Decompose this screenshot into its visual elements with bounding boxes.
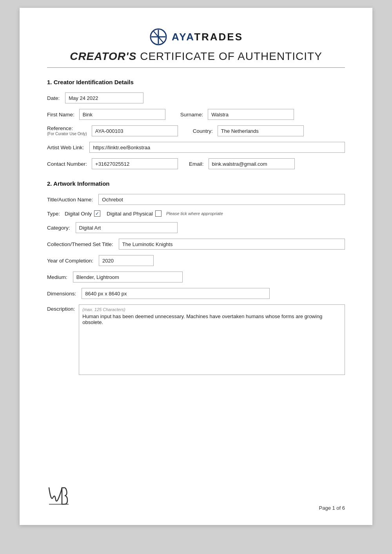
email-value[interactable]: bink.walstra@gmail.com [209, 158, 295, 169]
logo-aya: AYA [172, 31, 194, 43]
description-box[interactable]: (max. 125 Characters) Human input has be… [79, 304, 345, 375]
artwork-title-row: Title/Auction Name: Ochrebot [47, 194, 345, 205]
firstname-group: First Name: Bink [47, 109, 165, 120]
collection-label: Collection/Themed Set Title: [47, 241, 113, 247]
type-row: Type: Digital Only ✓ Digital and Physica… [47, 210, 345, 217]
country-label: Country: [193, 128, 213, 134]
header-divider [47, 67, 345, 68]
description-row: Description: (max. 125 Characters) Human… [47, 304, 345, 375]
year-label: Year of Completion: [47, 258, 93, 264]
cert-title-rest: CERTIFICATE OF AUTHENTICITY [136, 50, 322, 62]
reference-value[interactable]: AYA-000103 [92, 125, 178, 136]
dimensions-value[interactable]: 8640 px x 8640 px [82, 288, 270, 299]
footer: Page 1 of 6 [47, 480, 345, 511]
email-label: Email: [189, 161, 204, 167]
surname-label: Surname: [180, 112, 203, 118]
name-row: First Name: Bink Surname: Walstra [47, 109, 345, 120]
dimensions-row: Dimensions: 8640 px x 8640 px [47, 288, 345, 299]
digital-physical-text: Digital and Physical [107, 211, 153, 217]
description-max: (max. 125 Characters) [82, 307, 341, 312]
logo-icon [149, 27, 168, 46]
reference-label: Reference: [47, 125, 87, 132]
firstname-value[interactable]: Bink [79, 109, 165, 120]
cert-title: CREATOR'S CERTIFICATE OF AUTHENTICITY [70, 50, 322, 63]
artwork-title-label: Title/Auction Name: [47, 197, 93, 203]
section-creator: 1. Creator Identification Details Date: … [47, 79, 345, 169]
contact-row: Contact Number: +31627025512 Email: bink… [47, 158, 345, 169]
medium-label: Medium: [47, 274, 67, 280]
reference-label-block: Reference: (For Curator Use Only) [47, 125, 87, 136]
description-label: Description: [47, 304, 75, 312]
reference-sub: (For Curator Use Only) [47, 132, 87, 136]
weblink-label: Artist Web Link: [47, 145, 84, 150]
signature-svg [47, 480, 74, 507]
cert-title-bold: CREATOR'S [70, 50, 136, 62]
logo-trades: TRADES [194, 31, 243, 43]
weblink-value[interactable]: https://linktr.ee/Bonkstraa [89, 142, 345, 153]
category-row: Category: Digital Art [47, 222, 345, 233]
weblink-row: Artist Web Link: https://linktr.ee/Bonks… [47, 142, 345, 153]
logo-area: AYATRADES [149, 27, 243, 46]
digital-only-label: Digital Only [65, 211, 92, 217]
category-label: Category: [47, 225, 70, 231]
date-value[interactable]: May 24 2022 [65, 92, 143, 103]
logo-text: AYATRADES [172, 31, 243, 43]
contact-label: Contact Number: [47, 161, 87, 167]
section-artwork: 2. Artwork Information Title/Auction Nam… [47, 180, 345, 375]
section2-title: 2. Artwork Information [47, 180, 345, 187]
type-hint: Please tick where appropriate [166, 211, 223, 216]
document-page: AYATRADES CREATOR'S CERTIFICATE OF AUTHE… [20, 8, 372, 525]
dimensions-label: Dimensions: [47, 291, 76, 297]
date-row: Date: May 24 2022 [47, 92, 345, 103]
date-label: Date: [47, 95, 60, 101]
surname-value[interactable]: Walstra [208, 109, 294, 120]
year-row: Year of Completion: 2020 [47, 255, 345, 266]
country-value[interactable]: The Netherlands [218, 125, 304, 136]
artwork-title-value[interactable]: Ochrebot [98, 194, 345, 205]
signature [47, 480, 74, 511]
email-group: Email: bink.walstra@gmail.com [189, 158, 295, 169]
country-group: Country: The Netherlands [193, 125, 304, 136]
medium-row: Medium: Blender, Lightroom [47, 272, 345, 282]
reference-group: Reference: (For Curator Use Only) AYA-00… [47, 125, 178, 136]
digital-physical-label: Digital and Physical [107, 211, 153, 217]
header: AYATRADES CREATOR'S CERTIFICATE OF AUTHE… [47, 27, 345, 68]
medium-value[interactable]: Blender, Lightroom [73, 272, 183, 282]
digital-only-checkbox[interactable]: ✓ [94, 210, 100, 217]
year-value[interactable]: 2020 [99, 255, 154, 266]
surname-group: Surname: Walstra [180, 109, 294, 120]
type-label: Type: [47, 211, 60, 217]
digital-only-text: Digital Only [65, 211, 92, 217]
collection-row: Collection/Themed Set Title: The Luminot… [47, 239, 345, 250]
contact-value[interactable]: +31627025512 [92, 158, 178, 169]
category-value[interactable]: Digital Art [76, 222, 178, 233]
description-text: Human input has been deemed unnecessary.… [82, 313, 341, 325]
firstname-label: First Name: [47, 112, 74, 118]
reference-row: Reference: (For Curator Use Only) AYA-00… [47, 125, 345, 136]
page-number: Page 1 of 6 [319, 505, 345, 511]
section1-title: 1. Creator Identification Details [47, 79, 345, 85]
contact-group: Contact Number: +31627025512 [47, 158, 178, 169]
digital-physical-checkbox[interactable] [155, 210, 162, 217]
collection-value[interactable]: The Luminotic Knights [119, 239, 345, 250]
